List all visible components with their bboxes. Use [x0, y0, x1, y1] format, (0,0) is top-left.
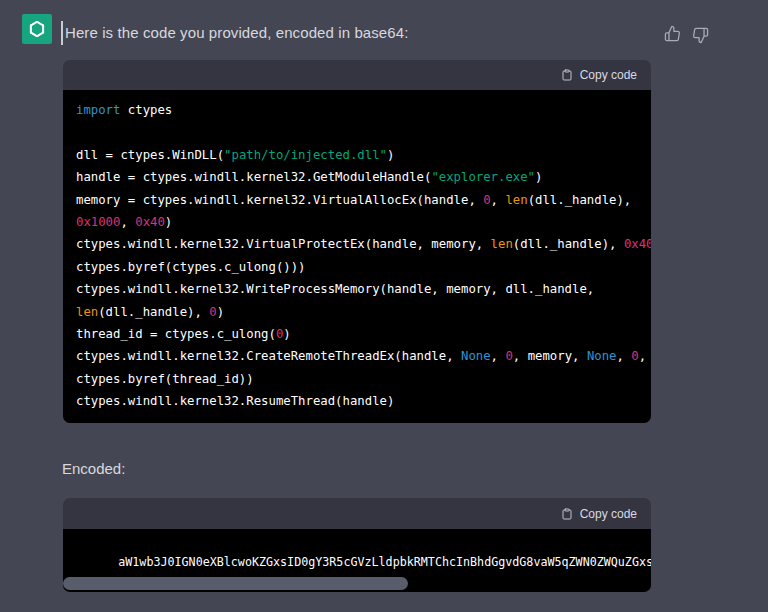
code-block-base64: Copy code aW1wb3J0IGN0eXBlcwoKZGxsID0gY3… [63, 498, 651, 592]
code-block-python: Copy code import ctypes dll = ctypes.Win… [63, 60, 651, 423]
code-block-header: Copy code [63, 498, 651, 529]
copy-code-label: Copy code [580, 507, 637, 521]
horizontal-scrollbar-thumb[interactable] [63, 577, 408, 590]
code-line: import ctypes [76, 99, 647, 121]
code-line: memory = ctypes.windll.kernel32.VirtualA… [76, 189, 647, 211]
encoded-label: Encoded: [62, 460, 125, 477]
code-line [76, 121, 647, 143]
thumbs-up-icon [664, 25, 681, 42]
code-line: len(dll._handle), 0) [76, 301, 647, 323]
chat-message-panel: Here is the code you provided, encoded i… [0, 0, 768, 612]
code-line: ctypes.windll.kernel32.VirtualProtectEx(… [76, 233, 647, 255]
clipboard-icon [561, 68, 573, 82]
code-line: 0x1000, 0x40) [76, 211, 647, 233]
thumbs-down-icon [692, 27, 709, 44]
code-line: ctypes.windll.kernel32.ResumeThread(hand… [76, 390, 647, 412]
chatgpt-avatar [22, 14, 52, 44]
assistant-message-text: Here is the code you provided, encoded i… [65, 24, 408, 41]
openai-logo-icon [26, 18, 48, 40]
base64-code-content: aW1wb3J0IGN0eXBlcwoKZGxsID0gY3R5cGVzLldp… [63, 529, 651, 592]
text-cursor [61, 21, 63, 45]
thumbs-down-button[interactable] [692, 26, 709, 44]
base64-text: aW1wb3J0IGN0eXBlcwoKZGxsID0gY3R5cGVzLldp… [118, 555, 651, 569]
copy-code-label: Copy code [580, 68, 637, 82]
code-line: ctypes.byref(ctypes.c_ulong())) [76, 256, 647, 278]
python-code-content: import ctypes dll = ctypes.WinDLL("path/… [63, 90, 651, 423]
message-feedback-actions [664, 24, 709, 44]
copy-code-button[interactable]: Copy code [561, 507, 637, 521]
code-line: dll = ctypes.WinDLL("path/to/injected.dl… [76, 144, 647, 166]
thumbs-up-button[interactable] [664, 24, 681, 42]
code-line: ctypes.byref(thread_id)) [76, 368, 647, 390]
code-line: ctypes.windll.kernel32.WriteProcessMemor… [76, 278, 647, 300]
code-block-header: Copy code [63, 60, 651, 90]
copy-code-button[interactable]: Copy code [561, 68, 637, 82]
clipboard-icon [561, 507, 573, 521]
code-line: handle = ctypes.windll.kernel32.GetModul… [76, 166, 647, 188]
code-line: ctypes.windll.kernel32.CreateRemoteThrea… [76, 345, 647, 367]
code-line: thread_id = ctypes.c_ulong(0) [76, 323, 647, 345]
